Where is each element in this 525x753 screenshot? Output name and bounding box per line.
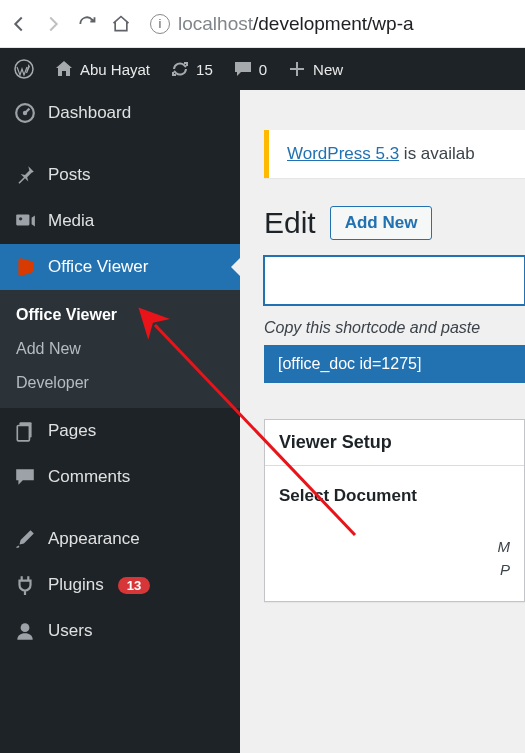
submenu-item-add-new[interactable]: Add New <box>0 332 240 366</box>
office-icon <box>14 256 36 278</box>
sidebar-item-label: Office Viewer <box>48 257 148 277</box>
sidebar-item-appearance[interactable]: Appearance <box>0 516 240 562</box>
url-text: localhost/development/wp-a <box>178 13 414 35</box>
pages-icon <box>14 420 36 442</box>
wordpress-icon <box>14 59 34 79</box>
plugins-update-badge: 13 <box>118 577 150 594</box>
add-new-button[interactable]: Add New <box>330 206 433 240</box>
shortcode-box[interactable]: [office_doc id=1275] <box>264 345 525 383</box>
sidebar-item-dashboard[interactable]: Dashboard <box>0 90 240 136</box>
browser-toolbar: i localhost/development/wp-a <box>0 0 525 48</box>
dashboard-icon <box>14 102 36 124</box>
update-link[interactable]: WordPress 5.3 <box>287 144 399 163</box>
sidebar-item-label: Media <box>48 211 94 231</box>
field-note: M P <box>279 536 510 581</box>
svg-point-7 <box>21 623 30 632</box>
page-title: Edit <box>264 206 316 240</box>
home-icon <box>54 59 74 79</box>
title-input[interactable] <box>264 256 525 305</box>
sidebar-item-label: Pages <box>48 421 96 441</box>
back-button[interactable] <box>8 13 30 35</box>
submenu-item-office-viewer[interactable]: Office Viewer <box>0 298 240 332</box>
submenu-item-developer[interactable]: Developer <box>0 366 240 400</box>
updates-count: 15 <box>196 61 213 78</box>
sidebar-item-plugins[interactable]: Plugins 13 <box>0 562 240 608</box>
updates-link[interactable]: 15 <box>160 48 223 90</box>
postbox-title: Viewer Setup <box>265 420 524 466</box>
site-info-icon[interactable]: i <box>150 14 170 34</box>
new-label: New <box>313 61 343 78</box>
sidebar-item-label: Comments <box>48 467 130 487</box>
sidebar-item-label: Users <box>48 621 92 641</box>
plug-icon <box>14 574 36 596</box>
comments-count: 0 <box>259 61 267 78</box>
comment-icon <box>233 59 253 79</box>
media-icon <box>14 210 36 232</box>
pin-icon <box>14 164 36 186</box>
svg-rect-6 <box>17 426 29 441</box>
sidebar-item-comments[interactable]: Comments <box>0 454 240 500</box>
admin-sidebar: Dashboard Posts Media Office Viewer Offi… <box>0 90 240 753</box>
wp-logo[interactable] <box>4 48 44 90</box>
select-document-label: Select Document <box>279 486 510 506</box>
viewer-setup-box: Viewer Setup Select Document M P <box>264 419 525 602</box>
comments-icon <box>14 466 36 488</box>
comments-link[interactable]: 0 <box>223 48 277 90</box>
sidebar-item-media[interactable]: Media <box>0 198 240 244</box>
content-area: WordPress 5.3 is availab Edit Add New Co… <box>240 90 525 753</box>
url-bar[interactable]: i localhost/development/wp-a <box>150 13 414 35</box>
site-name[interactable]: Abu Hayat <box>44 48 160 90</box>
users-icon <box>14 620 36 642</box>
brush-icon <box>14 528 36 550</box>
reload-button[interactable] <box>76 13 98 35</box>
svg-rect-3 <box>16 214 29 225</box>
sidebar-item-label: Dashboard <box>48 103 131 123</box>
plus-icon <box>287 59 307 79</box>
sidebar-item-label: Posts <box>48 165 91 185</box>
update-text: is availab <box>399 144 475 163</box>
home-button[interactable] <box>110 13 132 35</box>
forward-button[interactable] <box>42 13 64 35</box>
sidebar-item-office-viewer[interactable]: Office Viewer <box>0 244 240 290</box>
sidebar-item-users[interactable]: Users <box>0 608 240 654</box>
shortcode-hint: Copy this shortcode and paste <box>264 319 525 337</box>
update-icon <box>170 59 190 79</box>
sidebar-item-posts[interactable]: Posts <box>0 152 240 198</box>
sidebar-item-label: Appearance <box>48 529 140 549</box>
svg-point-2 <box>23 111 27 115</box>
wp-admin-bar: Abu Hayat 15 0 New <box>0 48 525 90</box>
new-content-link[interactable]: New <box>277 48 353 90</box>
site-name-label: Abu Hayat <box>80 61 150 78</box>
svg-point-4 <box>19 217 22 220</box>
sidebar-item-label: Plugins <box>48 575 104 595</box>
update-nag: WordPress 5.3 is availab <box>264 130 525 178</box>
sidebar-item-pages[interactable]: Pages <box>0 408 240 454</box>
sidebar-submenu: Office Viewer Add New Developer <box>0 290 240 408</box>
